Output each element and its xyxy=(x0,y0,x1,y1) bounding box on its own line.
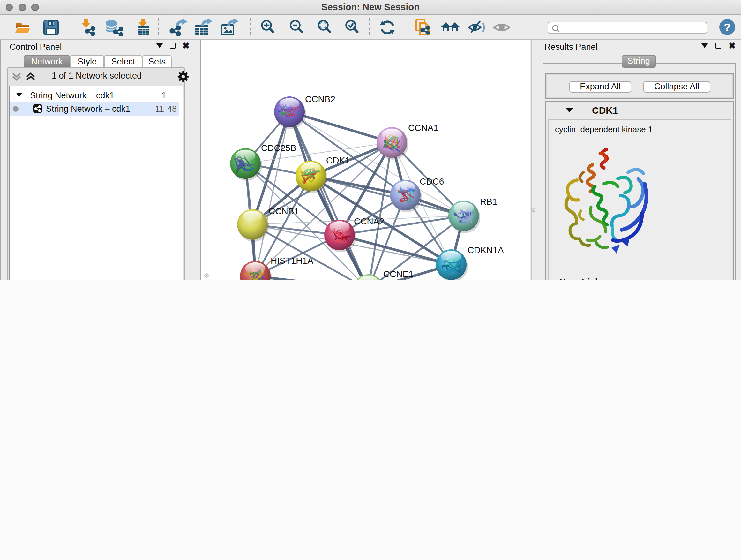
svg-text:CDC6: CDC6 xyxy=(419,177,444,186)
svg-text:CDK1: CDK1 xyxy=(326,155,350,165)
svg-text:HIST1H1A: HIST1H1A xyxy=(270,256,313,266)
svg-text:CCNB2: CCNB2 xyxy=(305,94,335,104)
svg-text:CCNA2: CCNA2 xyxy=(354,216,384,226)
svg-text:RB1: RB1 xyxy=(480,197,497,206)
svg-text:?: ? xyxy=(724,21,731,33)
svg-text:CCNB1: CCNB1 xyxy=(268,206,299,216)
svg-text:CDKN1A: CDKN1A xyxy=(467,245,503,255)
svg-text:CCNA1: CCNA1 xyxy=(408,123,438,133)
svg-text:CCNE1: CCNE1 xyxy=(383,269,413,279)
svg-text:CDC25B: CDC25B xyxy=(261,143,296,153)
